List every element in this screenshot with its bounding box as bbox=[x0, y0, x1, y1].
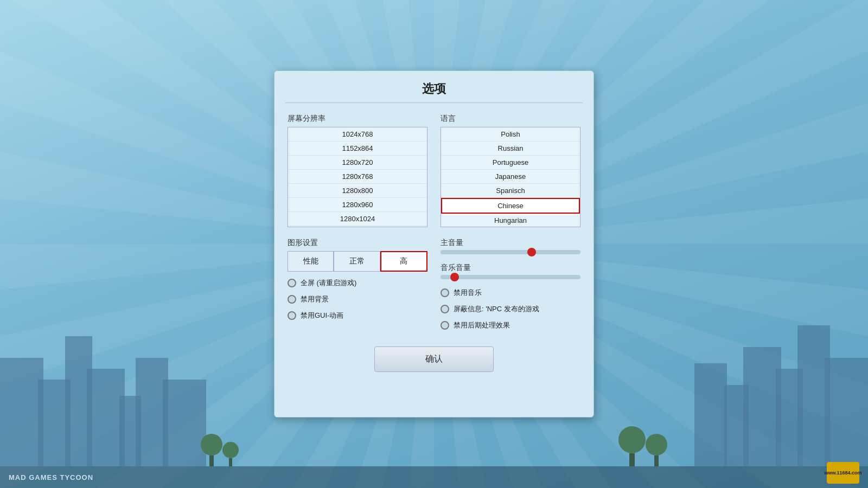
language-item-japanese[interactable]: Japanese bbox=[441, 170, 580, 184]
checkbox-disable-music[interactable]: 禁用音乐 bbox=[441, 288, 580, 298]
master-volume-label: 主音量 bbox=[441, 238, 580, 248]
resolution-col: 屏幕分辨率 1024x768 1152x864 1280x720 1280x76… bbox=[288, 114, 427, 227]
language-label: 语言 bbox=[441, 114, 580, 124]
master-volume-track[interactable] bbox=[441, 250, 580, 254]
language-item-chinese[interactable]: Chinese bbox=[441, 198, 580, 214]
dialog-divider bbox=[285, 102, 583, 103]
confirm-button[interactable]: 确认 bbox=[374, 346, 494, 372]
resolution-item-1152x864[interactable]: 1152x864 bbox=[288, 142, 427, 156]
resolution-listbox[interactable]: 1024x768 1152x864 1280x720 1280x768 1280… bbox=[288, 127, 427, 227]
language-item-russian[interactable]: Russian bbox=[441, 142, 580, 156]
checkbox-disable-postprocess[interactable]: 禁用后期处理效果 bbox=[441, 320, 580, 330]
bottom-section: 图形设置 性能 正常 高 全屏 (请重启游戏) 禁用背景 bbox=[288, 238, 580, 330]
checkbox-disable-gui-label: 禁用GUI-动画 bbox=[301, 311, 343, 320]
bottom-bar: MAD GAMES TYCOON bbox=[0, 466, 868, 488]
checkbox-block-npc-label: 屏蔽信息: 'NPC 发布的游戏 bbox=[454, 304, 539, 314]
checkbox-block-npc[interactable]: 屏蔽信息: 'NPC 发布的游戏 bbox=[441, 304, 580, 314]
graphics-button-group: 性能 正常 高 bbox=[288, 251, 427, 272]
watermark-text: www.11684.com bbox=[824, 470, 861, 476]
top-section: 屏幕分辨率 1024x768 1152x864 1280x720 1280x76… bbox=[288, 114, 580, 227]
radio-block-npc[interactable] bbox=[441, 305, 449, 313]
dialog-title: 选项 bbox=[275, 71, 593, 102]
dialog-overlay: 选项 屏幕分辨率 1024x768 1152x864 1280x720 1280… bbox=[0, 0, 868, 488]
master-volume-thumb[interactable] bbox=[527, 248, 536, 256]
gfx-btn-normal[interactable]: 正常 bbox=[334, 251, 380, 272]
options-dialog: 选项 屏幕分辨率 1024x768 1152x864 1280x720 1280… bbox=[274, 70, 594, 418]
checkbox-disable-gui[interactable]: 禁用GUI-动画 bbox=[288, 311, 427, 320]
music-volume-track[interactable] bbox=[441, 275, 580, 279]
graphics-col: 图形设置 性能 正常 高 全屏 (请重启游戏) 禁用背景 bbox=[288, 238, 427, 330]
resolution-item-1280x768[interactable]: 1280x768 bbox=[288, 170, 427, 184]
music-volume-thumb[interactable] bbox=[450, 273, 459, 281]
music-volume-label: 音乐音量 bbox=[441, 263, 580, 273]
dialog-body: 屏幕分辨率 1024x768 1152x864 1280x720 1280x76… bbox=[275, 114, 593, 330]
language-item-spanisch[interactable]: Spanisch bbox=[441, 184, 580, 198]
radio-disable-postprocess[interactable] bbox=[441, 321, 449, 330]
radio-disable-gui[interactable] bbox=[288, 311, 296, 320]
resolution-item-1280x1024[interactable]: 1280x1024 bbox=[288, 212, 427, 226]
resolution-item-1280x720[interactable]: 1280x720 bbox=[288, 156, 427, 170]
checkbox-fullscreen[interactable]: 全屏 (请重启游戏) bbox=[288, 278, 427, 288]
gfx-btn-high[interactable]: 高 bbox=[380, 251, 427, 272]
audio-col: 主音量 音乐音量 禁用音乐 bbox=[441, 238, 580, 330]
checkbox-disable-bg-label: 禁用背景 bbox=[301, 294, 329, 304]
language-item-portuguese[interactable]: Portuguese bbox=[441, 156, 580, 170]
radio-disable-bg[interactable] bbox=[288, 295, 296, 304]
resolution-item-1280x800[interactable]: 1280x800 bbox=[288, 184, 427, 198]
language-listbox[interactable]: Polish Russian Portuguese Japanese Spani… bbox=[441, 127, 580, 227]
checkbox-disable-postprocess-label: 禁用后期处理效果 bbox=[454, 320, 510, 330]
gfx-btn-performance[interactable]: 性能 bbox=[288, 251, 334, 272]
checkbox-fullscreen-label: 全屏 (请重启游戏) bbox=[301, 278, 356, 288]
checkbox-disable-bg[interactable]: 禁用背景 bbox=[288, 294, 427, 304]
language-col: 语言 Polish Russian Portuguese Japanese Sp… bbox=[441, 114, 580, 227]
checkbox-disable-music-label: 禁用音乐 bbox=[454, 288, 482, 298]
language-item-hungarian[interactable]: Hungarian bbox=[441, 214, 580, 227]
resolution-item-1280x960[interactable]: 1280x960 bbox=[288, 198, 427, 212]
graphics-label: 图形设置 bbox=[288, 238, 427, 248]
radio-fullscreen[interactable] bbox=[288, 279, 296, 287]
app-title: MAD GAMES TYCOON bbox=[9, 473, 93, 481]
resolution-label: 屏幕分辨率 bbox=[288, 114, 427, 124]
resolution-item-1024x768[interactable]: 1024x768 bbox=[288, 127, 427, 142]
language-item-polish[interactable]: Polish bbox=[441, 127, 580, 142]
watermark-badge: www.11684.com bbox=[827, 462, 859, 484]
radio-disable-music[interactable] bbox=[441, 288, 449, 297]
